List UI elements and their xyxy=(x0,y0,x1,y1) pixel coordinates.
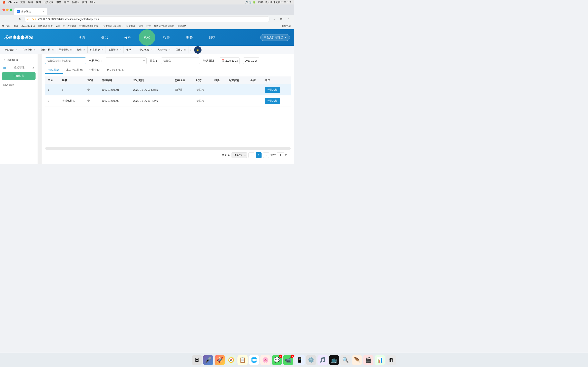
tab-close-inspection[interactable]: × xyxy=(83,48,85,51)
bm-youdao[interactable]: 在线翻译_有道 xyxy=(37,24,54,28)
subtab-done-self[interactable]: 本人已总检(0) xyxy=(63,67,86,74)
nav-report[interactable]: 报告 xyxy=(155,29,178,46)
tab-close-personal-fee[interactable]: × xyxy=(151,48,153,51)
page-size-select[interactable]: 20条/页 xyxy=(232,152,247,158)
bm-scholar[interactable]: 百度学术 - 持续学... xyxy=(102,24,124,28)
code-search-input[interactable] xyxy=(45,58,86,64)
sidebar-general-mgmt[interactable]: ▦ 总检管理 ∧ xyxy=(0,64,38,71)
subtab-history[interactable]: 历史积案(9249) xyxy=(104,67,129,74)
cell-extra-1 xyxy=(226,84,248,95)
cell-action-2: 开始总检 xyxy=(262,95,291,106)
new-tab-btn[interactable]: + xyxy=(47,9,53,15)
unit-select[interactable]: ▾ xyxy=(106,58,147,64)
prev-page-btn[interactable]: ‹ xyxy=(249,152,254,158)
menu-bookmarks[interactable]: 书签 xyxy=(56,1,61,4)
name-input[interactable] xyxy=(161,58,200,64)
tab-personal-fee[interactable]: 个人收费 × xyxy=(137,47,155,53)
bm-db[interactable]: 数据库-浙江医院云... xyxy=(78,24,101,28)
tab-close-warehouse[interactable]: × xyxy=(169,48,171,51)
menu-help[interactable]: 帮助 xyxy=(90,1,95,4)
extension-btn[interactable]: ⊞ xyxy=(278,16,284,22)
tab-close-task-group[interactable]: × xyxy=(34,48,36,51)
cell-name-1: 6 xyxy=(60,84,85,95)
bm-formal[interactable]: 正式 xyxy=(145,24,152,28)
forward-btn[interactable]: › xyxy=(10,16,16,22)
sidebar-favorites[interactable]: ☆ 我的收藏 xyxy=(0,56,38,64)
minimize-window-btn[interactable] xyxy=(6,8,9,11)
bm-static[interactable]: 静态化代码检测学习 xyxy=(153,24,175,28)
tab-warehouse[interactable]: 入库分发 × xyxy=(155,47,173,53)
window-controls[interactable] xyxy=(2,8,12,11)
tab-task-group[interactable]: 任务分组 × xyxy=(20,47,38,53)
nav-register[interactable]: 登记 xyxy=(93,29,116,46)
menu-user[interactable]: 用户 xyxy=(64,1,69,4)
col-note: 备注 xyxy=(248,76,262,84)
reload-btn[interactable]: ↻ xyxy=(17,16,23,22)
user-menu-btn[interactable]: 平台人员 管理员 ▼ xyxy=(260,34,290,41)
address-input[interactable]: ⚠ 不安全 221.12.174.68:9888/#/inspectionman… xyxy=(25,16,269,22)
tabs-more-btn[interactable]: › xyxy=(189,47,192,53)
tab-close-unit-info[interactable]: × xyxy=(16,48,17,51)
tab-close-group-exam[interactable]: × xyxy=(52,48,54,51)
tab-batch-reg[interactable]: 批量登记 × xyxy=(106,47,124,53)
subtab-in-progress[interactable]: 分检中(0) xyxy=(86,67,104,74)
subtab-pending[interactable]: 待总检(2) xyxy=(45,67,63,74)
tab-close-room-maintain[interactable]: × xyxy=(102,48,103,51)
bm-other[interactable]: 其他书签 xyxy=(281,24,292,28)
col-doctor: 总检医生 xyxy=(172,76,194,84)
nav-general-inspection[interactable]: 总检 xyxy=(139,29,155,46)
cell-seq-2: 2 xyxy=(45,95,60,106)
start-inspection-row1-btn[interactable]: 开始总检 xyxy=(265,87,280,93)
tab-close-single-reg[interactable]: × xyxy=(70,48,72,51)
bm-tisoft[interactable]: 体软系统 xyxy=(176,24,188,28)
nav-department[interactable]: 分科 xyxy=(116,29,139,46)
page-jump-input[interactable] xyxy=(277,152,284,158)
tab-room-maintain[interactable]: 科室维护 × xyxy=(87,47,106,53)
horizontal-scrollbar[interactable] xyxy=(45,147,291,150)
more-options-btn[interactable]: ⋮ xyxy=(286,16,292,22)
apple-menu[interactable]: 🍎 xyxy=(2,1,6,4)
menu-tabs[interactable]: 标签页 xyxy=(72,1,79,4)
bm-apps[interactable]: 应用 xyxy=(5,24,12,28)
tab-group-more[interactable]: 团体... × xyxy=(173,47,189,53)
menu-file[interactable]: 文件 xyxy=(20,1,25,4)
start-inspection-row2-btn[interactable]: 开始总检 xyxy=(265,98,280,104)
current-page-num[interactable]: 1 xyxy=(256,152,261,158)
tab-group-exam[interactable]: 分组体检 × xyxy=(38,47,56,53)
bm-baidu[interactable]: 百度一下，你就知道 xyxy=(55,24,77,28)
tab-single-reg[interactable]: 单个登记 × xyxy=(56,47,75,53)
url-text: 221.12.174.68:9888/#/inspectionmanage/st… xyxy=(38,18,99,21)
close-tab-btn[interactable]: × xyxy=(43,10,44,13)
tab-unit-info[interactable]: 单位信息 × xyxy=(2,47,20,53)
date-end-input[interactable]: 2020-11-26 xyxy=(243,58,259,64)
tab-close-batch-reg[interactable]: × xyxy=(120,48,121,51)
active-chrome-tab[interactable]: 体 体软系统 × xyxy=(14,8,47,15)
app-menu-chrome[interactable]: Chrome xyxy=(8,1,17,4)
menu-edit[interactable]: 编辑 xyxy=(28,1,33,4)
bm-test[interactable]: 测试 xyxy=(137,24,144,28)
bm-baidutranslate[interactable]: 百度翻译 xyxy=(125,24,136,28)
start-inspection-btn[interactable]: 开始总检 xyxy=(2,72,35,80)
next-page-btn[interactable]: › xyxy=(263,152,269,158)
tab-receive[interactable]: 收单 × xyxy=(124,47,137,53)
tab-inspection[interactable]: 检查 × xyxy=(74,47,87,53)
favorite-star-btn[interactable]: ★ xyxy=(194,46,201,54)
nav-maintain[interactable]: 维护 xyxy=(201,29,224,46)
date-start-input[interactable]: 📅 2020-11-19 xyxy=(220,58,240,64)
close-window-btn[interactable] xyxy=(2,8,5,11)
sidebar-followup[interactable]: 随访管理 xyxy=(0,81,38,89)
tab-close-receive[interactable]: × xyxy=(133,48,134,51)
col-code: 体检编号 xyxy=(99,76,131,84)
menu-history[interactable]: 历史记录 xyxy=(44,1,53,4)
nav-finance[interactable]: 财务 xyxy=(178,29,201,46)
nav-appointment[interactable]: 预约 xyxy=(70,29,93,46)
bm-translate[interactable]: 翻译 xyxy=(12,24,19,28)
tab-close-group-more[interactable]: × xyxy=(184,48,186,51)
sidebar-collapse-btn[interactable]: ‹ xyxy=(38,54,42,164)
maximize-window-btn[interactable] xyxy=(10,8,12,11)
menu-view[interactable]: 视图 xyxy=(36,1,41,4)
bm-geen[interactable]: GeenMedical xyxy=(20,25,36,28)
bookmark-star-icon[interactable]: ☆ xyxy=(271,16,277,22)
menu-window[interactable]: 窗口 xyxy=(82,1,87,4)
back-btn[interactable]: ‹ xyxy=(2,16,8,22)
